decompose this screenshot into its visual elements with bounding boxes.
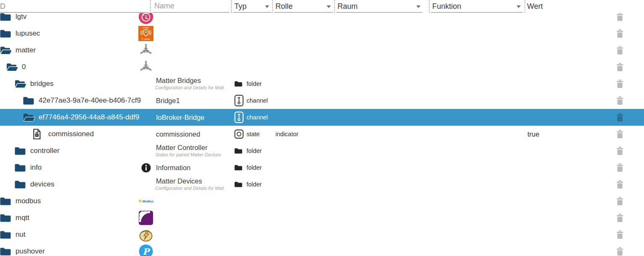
- row-id-label: nut: [16, 230, 26, 239]
- row-name: Information: [156, 159, 233, 176]
- delete-button[interactable]: [616, 147, 624, 155]
- trash-icon: [616, 67, 624, 73]
- row-name: Bridge1: [156, 92, 233, 109]
- folder-closed-icon: [15, 180, 26, 189]
- tree-row-modbus[interactable]: modbusModbus: [0, 193, 644, 209]
- column-resize-handle[interactable]: [429, 0, 430, 13]
- trash-icon: [616, 150, 624, 157]
- folder-closed-icon: [0, 13, 11, 21]
- trash-icon: [616, 33, 624, 39]
- state-type-icon: [234, 129, 244, 139]
- folder-closed-icon: [0, 214, 11, 222]
- delete-button[interactable]: [616, 46, 624, 55]
- channel-type-icon: [234, 111, 244, 123]
- delete-button[interactable]: [616, 80, 624, 88]
- delete-button[interactable]: [616, 180, 624, 189]
- row-name-subtitle: States for paired Matter Devices: [155, 152, 233, 157]
- type-filter-select[interactable]: Typ: [233, 0, 271, 13]
- trash-icon: [616, 201, 624, 207]
- tree-row-mqtt[interactable]: mqtt: [0, 209, 644, 226]
- trash-icon: [616, 217, 624, 224]
- tree-row-controller[interactable]: controllerMatter ControllerStates for pa…: [0, 142, 644, 159]
- delete-button[interactable]: [616, 13, 624, 21]
- folder-open-icon: [6, 63, 18, 71]
- row-id-label: devices: [30, 180, 55, 189]
- id-column-label: D: [0, 0, 148, 13]
- tree-row-lupusec[interactable]: lupusecKOMPAKTLUPUS: [0, 25, 644, 42]
- row-name: Matter Devices: [156, 177, 233, 185]
- column-resize-handle[interactable]: [150, 0, 151, 13]
- tree-row-42e77ae3-9a7e-40ee-b406-7cf9[interactable]: 42e77ae3-9a7e-40ee-b406-7cf9Bridge1chann…: [0, 92, 644, 109]
- folder-type-icon: [234, 181, 242, 187]
- file-lock-icon: [33, 129, 41, 140]
- type-label: folder: [247, 164, 262, 171]
- name-cell: Information: [153, 159, 233, 176]
- tree-row-0[interactable]: 0: [0, 59, 644, 75]
- value-column-header: Wert: [527, 0, 577, 13]
- row-id-label: pushover: [16, 247, 45, 256]
- row-name-subtitle: Configuration and Details for Matt: [155, 85, 233, 90]
- chevron-down-icon: [517, 5, 521, 8]
- column-resize-handle[interactable]: [334, 0, 335, 13]
- column-resize-handle[interactable]: [525, 0, 525, 13]
- delete-button[interactable]: [616, 163, 624, 172]
- trash-icon: [616, 117, 624, 123]
- tree-row-commissioned[interactable]: commissionedcommissionedstateindicatortr…: [0, 126, 644, 142]
- column-resize-handle[interactable]: [272, 0, 273, 13]
- row-id-label: mqtt: [16, 214, 29, 222]
- delete-button[interactable]: [616, 214, 624, 222]
- type-label: folder: [247, 181, 262, 188]
- trash-icon: [616, 16, 624, 23]
- room-filter-select[interactable]: Raum: [336, 0, 423, 13]
- info-icon: [138, 159, 153, 176]
- delete-button[interactable]: [616, 130, 624, 139]
- object-browser: D Typ Rolle Raum Funktion Wert lgtvlupus…: [0, 0, 644, 256]
- delete-button[interactable]: [616, 113, 624, 122]
- row-id-label: ef7746a4-2956-44a8-a845-ddf9: [39, 113, 139, 122]
- folder-closed-icon: [0, 230, 11, 239]
- delete-button[interactable]: [616, 247, 624, 256]
- tree-row-info[interactable]: infoInformationfolder: [0, 159, 644, 176]
- delete-button[interactable]: [616, 96, 624, 105]
- row-id-label: bridges: [30, 80, 54, 88]
- trash-icon: [616, 100, 624, 106]
- pushover-icon: P: [138, 243, 153, 256]
- tree-row-devices[interactable]: devicesMatter DevicesConfiguration and D…: [0, 176, 644, 193]
- tree-row-pushover[interactable]: pushoverP: [0, 243, 644, 256]
- delete-button[interactable]: [616, 197, 624, 206]
- folder-closed-icon: [23, 96, 34, 105]
- delete-button[interactable]: [616, 29, 624, 38]
- row-id-label: 42e77ae3-9a7e-40ee-b406-7cf9: [39, 96, 141, 105]
- function-filter-select[interactable]: Funktion: [431, 0, 523, 13]
- tree-row-ef7746a4-2956-44a8-a845-ddf9[interactable]: ef7746a4-2956-44a8-a845-ddf9IoBroker-Bri…: [0, 109, 644, 126]
- row-id-label: matter: [16, 46, 36, 54]
- delete-button[interactable]: [616, 230, 624, 239]
- row-name: commissioned: [156, 126, 233, 142]
- folder-closed-icon: [0, 197, 11, 205]
- nut-icon: [138, 226, 153, 243]
- row-id-label: commissioned: [48, 130, 94, 138]
- tree-row-nut[interactable]: nut: [0, 226, 644, 243]
- column-resize-handle[interactable]: [231, 0, 232, 13]
- type-label: state: [247, 131, 260, 137]
- role-filter-select[interactable]: Rolle: [274, 0, 333, 13]
- id-filter-field[interactable]: D: [0, 0, 148, 13]
- folder-open-icon: [15, 80, 27, 88]
- chevron-down-icon: [416, 5, 421, 8]
- type-label: folder: [247, 147, 262, 154]
- folder-closed-icon: [0, 29, 11, 38]
- tree-row-matter[interactable]: matter: [0, 42, 644, 59]
- folder-closed-icon: [15, 147, 26, 155]
- trash-icon: [616, 83, 624, 90]
- channel-type-icon: [234, 95, 244, 106]
- row-name: Matter Bridges: [156, 77, 233, 85]
- matter-icon: [138, 59, 153, 75]
- trash-icon: [616, 251, 624, 256]
- delete-button[interactable]: [616, 63, 624, 72]
- name-cell: commissioned: [153, 126, 233, 142]
- svg-text:Modbus: Modbus: [142, 199, 153, 203]
- name-cell: Matter DevicesConfiguration and Details …: [153, 176, 233, 193]
- value-label[interactable]: true: [527, 130, 539, 138]
- name-filter-input[interactable]: [153, 0, 229, 13]
- tree-row-bridges[interactable]: bridgesMatter BridgesConfiguration and D…: [0, 75, 644, 92]
